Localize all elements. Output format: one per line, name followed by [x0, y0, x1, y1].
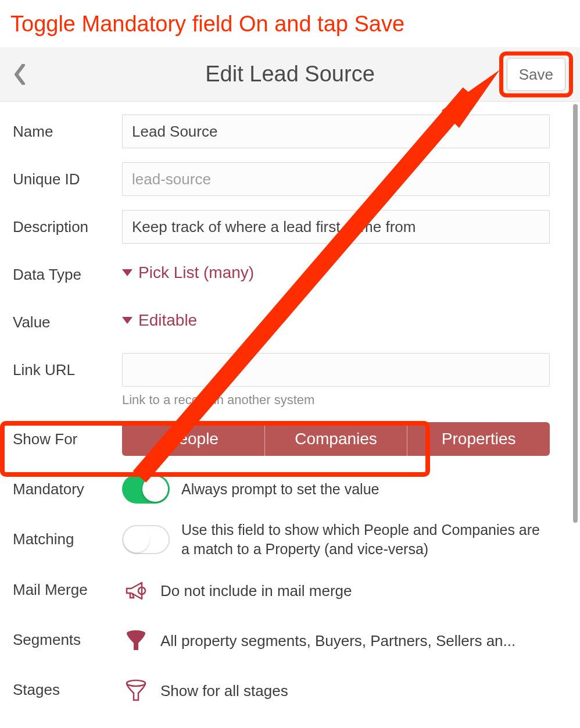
matching-toggle[interactable]: [122, 525, 170, 554]
matching-label: Matching: [13, 530, 122, 548]
mail-merge-text: Do not include in mail merge: [160, 582, 352, 600]
stages-label: Stages: [13, 681, 122, 699]
stages-row[interactable]: Show for all stages: [122, 675, 550, 705]
matching-text: Use this field to show which People and …: [181, 520, 550, 558]
link-url-label: Link URL: [13, 353, 122, 379]
chevron-left-icon: [14, 64, 26, 85]
segment-properties[interactable]: Properties: [407, 422, 550, 456]
mail-merge-label: Mail Merge: [13, 581, 122, 599]
mandatory-label: Mandatory: [13, 480, 122, 498]
segments-label: Segments: [13, 631, 122, 649]
save-highlight: Save: [499, 51, 573, 97]
segments-row[interactable]: All property segments, Buyers, Partners,…: [122, 624, 550, 655]
page-title: Edit Lead Source: [10, 62, 570, 87]
funnel-icon: [122, 627, 150, 655]
data-type-label: Data Type: [13, 258, 122, 284]
show-for-segmented: People Companies Properties: [122, 422, 550, 456]
scroll-bar[interactable]: [573, 104, 578, 523]
stages-text: Show for all stages: [160, 682, 288, 700]
back-button[interactable]: [14, 64, 26, 85]
mail-merge-row[interactable]: Do not include in mail merge: [122, 574, 550, 605]
form-area: Name Unique ID Description Data Type Pic…: [0, 102, 580, 724]
save-button[interactable]: Save: [507, 58, 565, 91]
value-value: Editable: [138, 311, 197, 330]
link-url-hint: Link to a record in another system: [122, 392, 550, 408]
unique-id-input[interactable]: [122, 162, 550, 196]
funnel-outline-icon: [122, 677, 150, 705]
triangle-down-icon: [122, 269, 133, 276]
description-input[interactable]: [122, 210, 550, 244]
link-url-input[interactable]: [122, 353, 550, 387]
mandatory-toggle[interactable]: [122, 474, 170, 504]
data-type-select[interactable]: Pick List (many): [122, 258, 254, 282]
instruction-text: Toggle Mandatory field On and tap Save: [0, 0, 580, 47]
description-label: Description: [13, 210, 122, 236]
segment-people[interactable]: People: [122, 422, 265, 456]
data-type-value: Pick List (many): [138, 263, 254, 282]
svg-point-2: [127, 680, 145, 686]
name-input[interactable]: [122, 115, 550, 148]
segment-companies[interactable]: Companies: [265, 422, 408, 456]
show-for-label: Show For: [13, 430, 122, 448]
value-select[interactable]: Editable: [122, 305, 197, 330]
name-label: Name: [13, 115, 122, 141]
value-label: Value: [13, 305, 122, 331]
triangle-down-icon: [122, 317, 133, 324]
mandatory-text: Always prompt to set the value: [181, 480, 379, 499]
header-bar: Edit Lead Source Save: [0, 47, 580, 102]
megaphone-icon: [122, 577, 150, 605]
segments-text: All property segments, Buyers, Partners,…: [160, 632, 515, 650]
unique-id-label: Unique ID: [13, 162, 122, 188]
